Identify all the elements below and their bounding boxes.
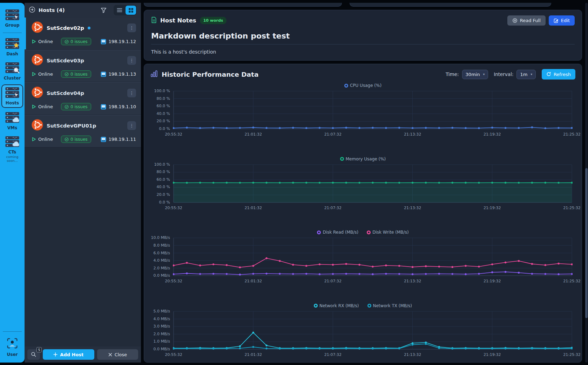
performance-title: Historic Performance Data [162,71,258,78]
host-list: SutScdev02p ⋮ Online 0 issues 198.19.1.1… [25,18,141,346]
chart-plot [173,237,573,276]
chart-memory: Memory Usage (%)100.0 %80.0 %60.0 %40.0 … [150,154,575,212]
chart-disk: Disk Read (MB/s)Disk Write (MB/s)10.0 MB… [150,228,575,285]
close-icon [108,353,112,357]
hosts-panel-header: Hosts (4) [25,3,141,18]
host-menu-button[interactable]: ⋮ [127,23,136,32]
time-select[interactable]: 30min▾ [462,70,488,79]
chart-legend: Network RX (MB/s)Network TX (MB/s) [150,303,575,308]
rail-item-cts[interactable]: CTs coming soon... [1,134,23,165]
rail-item-dash[interactable]: Dash [1,36,23,58]
hosts-panel-footer: S Add Host Close [25,346,141,363]
legend-item[interactable]: Network RX (MB/s) [314,303,359,308]
rail-item-vms[interactable]: VMs [1,110,23,132]
refresh-icon [546,72,551,77]
host-menu-button[interactable]: ⋮ [127,121,136,130]
y-axis-labels: 100.0 %80.0 %60.0 %40.0 %20.0 %0.0 % [150,90,173,130]
add-host-button[interactable]: Add Host [43,349,94,360]
chart-legend: Disk Read (MB/s)Disk Write (MB/s) [150,230,575,235]
chart-network: Network RX (MB/s)Network TX (MB/s)5.0 MB… [150,301,575,359]
search-button[interactable]: S [27,349,40,360]
monitor-icon [101,104,106,110]
edit-button[interactable]: Edit [549,15,575,26]
selected-host-dot [88,27,90,29]
rail-item-group[interactable]: Group [1,7,23,29]
rail-item-cluster[interactable]: Cluster [1,60,23,82]
legend-item[interactable]: Memory Usage (%) [340,157,386,161]
eye-icon [512,18,518,23]
rail-item-label: VMs [7,125,17,130]
host-name: SutScdev02p [47,25,84,31]
list-view-button[interactable] [114,6,125,15]
view-toggle-group [114,5,137,15]
chevron-down-icon: ▾ [483,73,485,76]
filter-icon[interactable] [100,7,107,14]
host-menu-button[interactable]: ⋮ [127,89,136,97]
main-content: Host Notes 10 words Read Full Edit Markd… [141,3,586,363]
play-icon [32,104,36,109]
document-icon [151,17,157,25]
host-name: SutScdevGPU01p [47,123,96,129]
ubuntu-logo-icon [32,119,43,132]
scrollbar-track[interactable] [585,3,588,363]
ubuntu-logo-icon [32,54,43,67]
search-icon [31,352,36,357]
monitor-icon [101,71,106,77]
legend-item[interactable]: Disk Read (MB/s) [317,230,358,235]
rail-divider [3,331,22,332]
monitor-icon [101,39,106,44]
arrow-circle-icon[interactable] [29,6,35,14]
rail-item-label: Hosts [6,101,19,105]
scrollbar-thumb[interactable] [585,168,588,318]
issues-badge: 0 issues [61,103,91,110]
app-window: Group Dash Cluster Hosts VMs CTs coming … [0,3,586,363]
cutoff-card-sliver [144,3,342,7]
servers-search-icon [4,62,20,75]
legend-item[interactable]: Network TX (MB/s) [367,303,412,308]
notes-body-text: This is a host's description [151,49,575,55]
interval-label: Interval: [494,71,513,77]
rail-divider [3,33,22,33]
check-circle-icon [65,40,69,44]
check-circle-icon [65,137,69,142]
play-icon [32,137,36,142]
chart-legend: CPU Usage (%) [150,83,575,88]
servers-cloud-icon [4,112,20,125]
charts: CPU Usage (%)100.0 %80.0 %60.0 %40.0 %20… [150,80,575,359]
interval-select[interactable]: 1m▾ [516,70,535,79]
monitor-icon [101,137,106,142]
host-card[interactable]: SutScdev03p ⋮ Online 0 issues 198.19.1.1… [25,50,141,82]
notes-heading: Markdown description post test [151,32,575,44]
host-card[interactable]: SutScdev02p ⋮ Online 0 issues 198.19.1.1… [25,18,141,50]
host-ip: 198.19.1.13 [101,71,136,77]
time-label: Time: [446,71,459,77]
host-notes-card: Host Notes 10 words Read Full Edit Markd… [144,10,582,61]
host-card[interactable]: SutScdevGPU01p ⋮ Online 0 issues 198.19.… [25,115,141,147]
host-ip: 198.19.1.11 [101,137,136,142]
rail-item-label: User [7,352,18,357]
close-button[interactable]: Close [97,349,138,360]
legend-item[interactable]: CPU Usage (%) [344,83,381,88]
selected-indicator-bar [25,18,26,49]
grid-view-button[interactable] [126,6,136,15]
rail-item-hosts[interactable]: Hosts [1,84,23,108]
notes-title: Host Notes [160,17,196,24]
search-hotkey-badge: S [36,347,42,352]
rail-item-user[interactable]: User [1,335,23,359]
y-axis-labels: 5.0 MB/s4.0 MB/s3.0 MB/s2.0 MB/s1.0 MB/s… [150,311,173,350]
refresh-button[interactable]: Refresh [542,69,575,80]
legend-item[interactable]: Disk Write (MB/s) [367,230,408,235]
issues-badge: 0 issues [61,70,91,78]
servers-star-icon [4,38,20,51]
user-focus-icon [6,337,19,351]
read-full-button[interactable]: Read Full [507,15,546,26]
host-name: SutScdev04p [47,90,84,96]
rail-item-sublabel: coming soon... [2,155,22,163]
host-card[interactable]: SutScdev04p ⋮ Online 0 issues 198.19.1.1… [25,82,141,115]
host-ip: 198.19.1.10 [101,104,136,110]
cutoff-card-sliver [350,3,551,7]
host-menu-button[interactable]: ⋮ [127,56,136,65]
pencil-icon [554,18,559,23]
ubuntu-logo-icon [32,87,43,99]
host-status: Online [32,137,58,142]
